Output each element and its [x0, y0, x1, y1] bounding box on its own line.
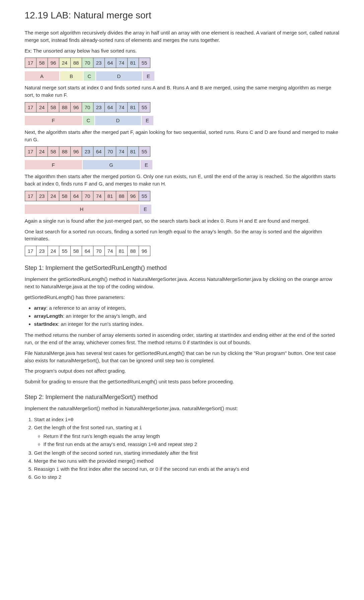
array-cell: 96 — [70, 102, 82, 112]
array-row-1: 1758962488702364748155 — [25, 58, 340, 68]
array-cell: 24 — [36, 146, 48, 157]
array-row-5: 1723245558647074818896 — [25, 246, 340, 256]
array-cell: 81 — [127, 146, 139, 157]
step1-p1: Implement the getSortedRunLength() metho… — [25, 276, 340, 290]
array-cell: 17 — [25, 102, 37, 112]
array-cell: 58 — [70, 246, 82, 256]
array-cell: 55 — [139, 102, 150, 112]
array-cell: 24 — [36, 102, 48, 112]
array-cell: 58 — [59, 191, 71, 201]
step1-p5: The program's output does not affect gra… — [25, 367, 340, 375]
run-label: E — [141, 160, 152, 169]
array-cell: 96 — [48, 58, 59, 68]
array-cell: 23 — [93, 102, 105, 112]
array-cell: 96 — [139, 246, 150, 256]
array-cell: 74 — [116, 58, 128, 68]
array-cell: 23 — [36, 246, 48, 256]
list-item: Return if the first run's length equals … — [44, 432, 340, 440]
paragraph-6: One last search for a sorted run occurs,… — [25, 228, 340, 243]
array-cell: 74 — [116, 146, 128, 157]
run-label: F — [25, 160, 82, 169]
array-cell: 55 — [139, 58, 150, 68]
array-cell: 74 — [104, 246, 116, 256]
array-cell: 81 — [104, 191, 116, 201]
step1-p6: Submit for grading to ensure that the ge… — [25, 378, 340, 385]
array-cell: 23 — [36, 191, 48, 201]
list-item: Go to step 2 — [34, 473, 340, 481]
array-cell: 64 — [70, 191, 82, 201]
label-row-4: HE — [25, 205, 340, 214]
list-item: Get the length of the first sorted run, … — [34, 424, 340, 448]
list-item: Get the length of the second sorted run,… — [34, 449, 340, 457]
array-cell: 23 — [93, 58, 105, 68]
array-cell: 17 — [25, 246, 37, 256]
list-item: arrayLength: an integer for the array's … — [34, 312, 340, 320]
array-cell: 88 — [59, 146, 71, 157]
paragraph-3: Next, the algorithm starts after the mer… — [25, 129, 340, 143]
label-row-2: FCDE — [25, 116, 340, 125]
label-row-1: ABCDE — [25, 71, 340, 81]
array-cell: 70 — [82, 58, 93, 68]
lab-document: 12.19 LAB: Natural merge sort The merge … — [11, 0, 353, 501]
example-line: Ex: The unsorted array below has five so… — [25, 47, 340, 55]
array-cell: 81 — [127, 58, 139, 68]
array-row-3: 1724588896236470748155 — [25, 146, 340, 157]
list-item: If the first run ends at the array's end… — [44, 440, 340, 448]
step1-p4: File NaturalMerge.java has several test … — [25, 350, 340, 364]
run-label: H — [25, 205, 139, 214]
array-cell: 55 — [139, 146, 150, 157]
array-cell: 64 — [82, 246, 93, 256]
array-cell: 88 — [59, 102, 71, 112]
run-label: B — [60, 71, 83, 81]
run-label: A — [25, 71, 59, 81]
array-cell: 24 — [48, 191, 59, 201]
step1-param-list: array: a reference to an array of intege… — [25, 304, 340, 328]
list-item: array: a reference to an array of intege… — [34, 304, 340, 312]
array-cell: 70 — [82, 102, 93, 112]
array-cell: 64 — [104, 102, 116, 112]
array-cell: 88 — [127, 246, 139, 256]
list-item: Start at index i=0 — [34, 416, 340, 424]
step2-heading: Step 2: Implement the naturalMergeSort()… — [25, 394, 340, 401]
run-label: C — [84, 71, 95, 81]
paragraph-2: Natural merge sort starts at index 0 and… — [25, 84, 340, 99]
array-cell: 17 — [25, 191, 37, 201]
array-cell: 55 — [59, 246, 71, 256]
list-item: Reassign i with the first index after th… — [34, 465, 340, 473]
array-cell: 58 — [48, 102, 59, 112]
run-label: E — [143, 71, 154, 81]
run-label: E — [142, 116, 153, 125]
array-cell: 23 — [82, 146, 93, 157]
array-cell: 70 — [82, 191, 93, 201]
step1-p2: getSortedRunLength() has three parameter… — [25, 294, 340, 301]
list-item: Merge the two runs with the provided mer… — [34, 457, 340, 465]
step2-p1: Implement the naturalMergeSort() method … — [25, 405, 340, 412]
array-row-4: 1723245864707481889655 — [25, 191, 340, 201]
array-cell: 96 — [70, 146, 82, 157]
array-cell: 70 — [93, 246, 105, 256]
array-cell: 88 — [70, 58, 82, 68]
array-cell: 24 — [48, 246, 59, 256]
array-cell: 24 — [59, 58, 71, 68]
array-cell: 55 — [139, 191, 150, 201]
run-label: D — [96, 71, 142, 81]
run-label: E — [140, 205, 151, 214]
step1-p3: The method returns the number of array e… — [25, 331, 340, 346]
list-item: startIndex: an integer for the run's sta… — [34, 320, 340, 328]
array-cell: 96 — [127, 191, 139, 201]
step2-ordered-list: Start at index i=0 Get the length of the… — [25, 416, 340, 481]
run-label: D — [95, 116, 141, 125]
intro-paragraph: The merge sort algorithm recursively div… — [25, 29, 340, 44]
array-cell: 58 — [48, 146, 59, 157]
run-label: F — [25, 116, 82, 125]
array-cell: 17 — [25, 146, 37, 157]
run-label: G — [83, 160, 140, 169]
array-cell: 70 — [104, 146, 116, 157]
label-row-3: FGE — [25, 160, 340, 169]
run-label: C — [83, 116, 94, 125]
array-cell: 64 — [104, 58, 116, 68]
step1-heading: Step 1: Implement the getSortedRunLength… — [25, 265, 340, 272]
array-cell: 17 — [25, 58, 37, 68]
paragraph-4: The algorithm then starts after the merg… — [25, 173, 340, 188]
paragraph-5: Again a single run is found after the ju… — [25, 217, 340, 225]
